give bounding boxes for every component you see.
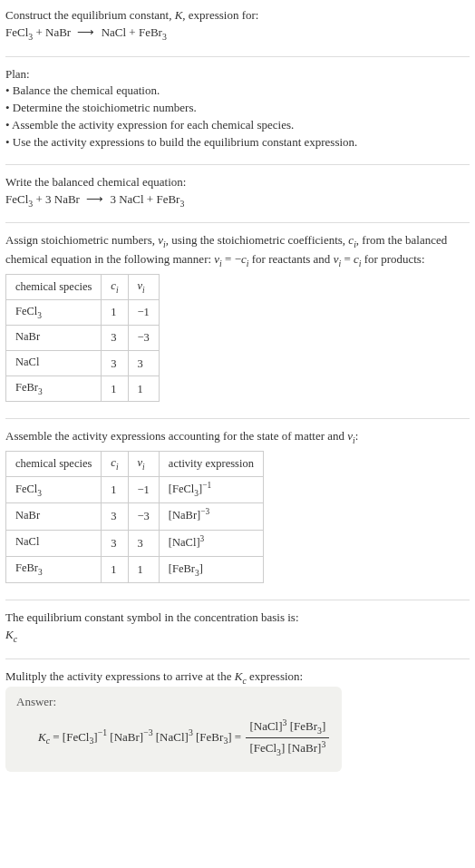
t3e: 3 [189, 727, 193, 737]
cell-activity: [FeCl3]−1 [159, 477, 263, 503]
balanced-equation: FeCl3 + 3 NaBr ⟶ 3 NaCl + FeBr3 [5, 191, 470, 210]
arrow-icon: ⟶ [73, 25, 98, 39]
sp-sub: 3 [38, 387, 43, 396]
t4: [FeBr [196, 730, 223, 744]
cell-c: 3 [102, 530, 128, 556]
cell-c: 3 [102, 503, 128, 530]
intro-text: Construct the equilibrium constant, [5, 8, 175, 22]
col-vi: νi [128, 451, 159, 476]
symbol-section: The equilibrium constant symbol in the c… [5, 606, 470, 653]
col-species: chemical species [6, 274, 102, 299]
asm-a: Assemble the activity expressions accoun… [5, 429, 347, 443]
cell-c: 1 [102, 556, 128, 582]
plan-bullet-1: • Balance the chemical equation. [5, 83, 470, 100]
cell-activity: [FeBr3] [159, 556, 263, 582]
symbol-text: The equilibrium constant symbol in the c… [5, 610, 470, 627]
cell-species: NaBr [6, 503, 102, 530]
ae: −3 [200, 507, 209, 516]
ac: ] [199, 562, 203, 575]
symbol-kc: Kc [5, 627, 470, 646]
separator [5, 164, 470, 165]
cell-species: NaCl [6, 530, 102, 556]
plan-bullet-4: • Use the activity expressions to build … [5, 134, 470, 151]
table-row: NaBr 3 −3 [NaBr]−3 [6, 503, 264, 530]
bal-lhs-b: + 3 NaBr [33, 192, 80, 206]
cell-v: 3 [128, 530, 159, 556]
eq-lhs-b: + NaBr [33, 25, 71, 39]
col-vi: νi [128, 274, 159, 299]
col-species: chemical species [6, 451, 102, 476]
answer-label: Answer: [16, 694, 331, 711]
assign-d: for reactants and [249, 252, 334, 266]
ae: 3 [200, 534, 205, 543]
stoich-table: chemical species ci νi FeCl3 1 −1 NaBr 3… [5, 274, 160, 402]
t2: [NaBr [110, 730, 140, 744]
asm-b: : [355, 429, 359, 443]
ci-i: i [116, 285, 119, 294]
cell-v: −3 [128, 503, 159, 530]
col-ci: ci [102, 274, 128, 299]
cell-v: −3 [128, 325, 159, 350]
sp: FeBr [15, 561, 38, 574]
plan-section: Plan: • Balance the chemical equation. •… [5, 63, 470, 159]
fraction: [NaCl]3 [FeBr3] [FeCl3] [NaBr]3 [246, 717, 329, 759]
dac: ] [281, 742, 285, 756]
t1e: −1 [98, 727, 107, 737]
table-row: NaCl 3 3 [NaCl]3 [6, 530, 264, 556]
answer-box: Answer: Kc = [FeCl3]−1 [NaBr]−3 [NaCl]3 … [5, 687, 342, 772]
sp: FeCl [15, 305, 37, 317]
t4c: ] [228, 730, 231, 744]
sp: NaCl [15, 535, 39, 548]
t2e: −3 [143, 727, 152, 737]
cell-activity: [NaCl]3 [159, 530, 263, 556]
intro-section: Construct the equilibrium constant, K, e… [5, 4, 470, 51]
intro-line-1: Construct the equilibrium constant, K, e… [5, 7, 470, 24]
vi-i: i [142, 462, 145, 471]
ab: [NaBr [169, 509, 197, 522]
sp: NaBr [15, 330, 40, 343]
bal-sub-3b: 3 [179, 198, 184, 208]
cell-v: 1 [128, 556, 159, 582]
k: K [5, 628, 14, 641]
arrow-icon: ⟶ [82, 192, 107, 206]
assemble-text: Assemble the activity expressions accoun… [5, 428, 470, 447]
plan-heading: Plan: [5, 66, 470, 83]
table-row: NaBr 3 −3 [6, 325, 160, 350]
ab: [NaCl [169, 536, 197, 549]
rel2-eq: = [341, 252, 354, 266]
sp-sub: 3 [38, 568, 43, 577]
ae: −1 [202, 481, 211, 490]
table-row: FeCl3 1 −1 [FeCl3]−1 [6, 477, 264, 503]
cell-species: FeCl3 [6, 477, 102, 503]
cell-species: FeBr3 [6, 556, 102, 582]
cell-species: NaCl [6, 351, 102, 376]
table-row: NaCl 3 3 [6, 351, 160, 376]
ans-k: K [38, 730, 46, 744]
sp-sub: 3 [37, 488, 42, 497]
multiply-text: Mulitply the activity expressions to arr… [5, 668, 470, 688]
fraction-denominator: [FeCl3] [NaBr]3 [246, 738, 329, 759]
nbc: ] [322, 720, 325, 734]
table-row: FeBr3 1 1 [6, 376, 160, 402]
assign-a: Assign stoichiometric numbers, [5, 233, 158, 247]
balanced-heading: Write the balanced chemical equation: [5, 174, 470, 191]
ans-eq2: = [235, 730, 245, 744]
separator [5, 222, 470, 223]
table-row: FeBr3 1 1 [FeBr3] [6, 556, 264, 582]
cell-species: NaBr [6, 325, 102, 350]
cell-c: 1 [102, 299, 128, 325]
t3: [NaCl [156, 730, 185, 744]
assign-e: for products: [361, 252, 424, 266]
col-activity: activity expression [159, 451, 263, 476]
m-a: Mulitply the activity expressions to arr… [5, 669, 235, 683]
intro-equation: FeCl3 + NaBr ⟶ NaCl + FeBr3 [5, 24, 470, 44]
cell-v: 1 [128, 376, 159, 402]
cell-c: 3 [102, 351, 128, 376]
eq-sub-3b: 3 [162, 31, 167, 41]
cell-c: 3 [102, 325, 128, 350]
plan-bullet-2: • Determine the stoichiometric numbers. [5, 100, 470, 117]
cell-v: −1 [128, 299, 159, 325]
m-b: expression: [247, 669, 303, 683]
cell-v: 3 [128, 351, 159, 376]
col-ci: ci [102, 451, 128, 476]
